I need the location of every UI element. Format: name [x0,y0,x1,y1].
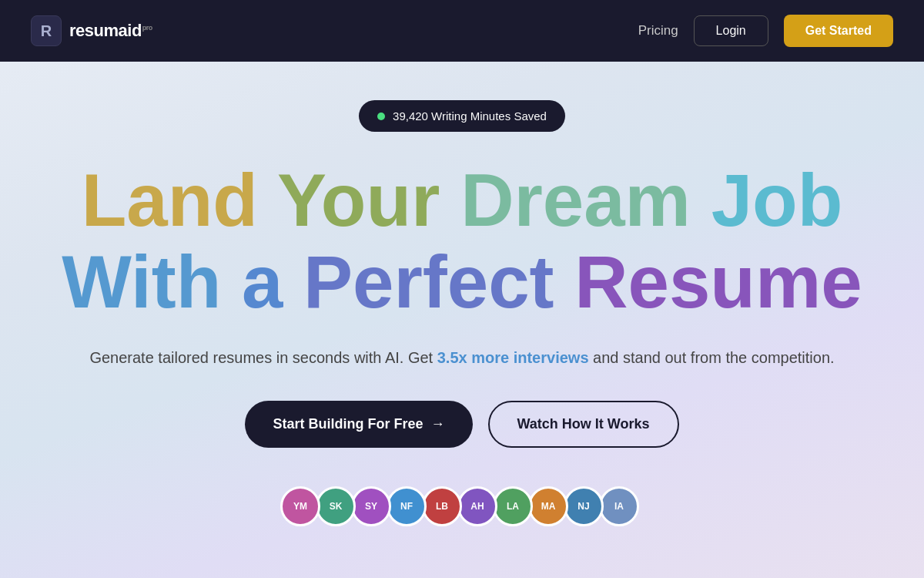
avatar-ma: MA [528,486,568,526]
logo-beta: pro [142,24,152,32]
avatar-ym: YM [280,486,320,526]
stats-text: 39,420 Writing Minutes Saved [393,109,547,123]
hero-line2: With a Perfect Resume [62,241,862,323]
word-a: a [242,240,283,323]
word-with: With [62,240,221,323]
start-building-button[interactable]: Start Building For Free → [245,401,472,448]
navbar: R resumaidpro Pricing Login Get Started [0,0,924,62]
word-resume: Resume [574,240,862,323]
logo-icon: R [31,15,62,46]
word-dream: Dream [460,159,691,241]
word-perfect: Perfect [303,240,554,323]
hero-subtitle: Generate tailored resumes in seconds wit… [89,345,834,370]
word-job: Job [711,159,843,241]
hero-title: Land Your Dream Job With a Perfect Resum… [62,160,862,322]
logo-text: resumaidpro [69,21,152,41]
nav-pricing-link[interactable]: Pricing [638,23,678,39]
logo-name-part2: aid [119,21,142,40]
watch-how-button[interactable]: Watch How It Works [488,401,679,448]
hero-section: 39,420 Writing Minutes Saved Land Your D… [0,62,924,526]
hero-line1: Land Your Dream Job [62,160,862,241]
nav-right: Pricing Login Get Started [638,15,893,47]
subtitle-highlight[interactable]: 3.5x more interviews [437,349,589,366]
avatar-nj: NJ [564,486,604,526]
get-started-button[interactable]: Get Started [784,15,893,47]
avatar-la: LA [493,486,533,526]
avatar-ah: AH [457,486,497,526]
word-land: Land [82,159,258,241]
hero-buttons: Start Building For Free → Watch How It W… [245,401,678,448]
avatar-nf: NF [387,486,427,526]
subtitle-end: and stand out from the competition. [589,349,835,366]
avatar-sy: SY [351,486,391,526]
start-building-label: Start Building For Free [273,416,423,432]
logo-letter: R [41,22,52,40]
subtitle-start: Generate tailored resumes in seconds wit… [89,349,437,366]
stats-badge: 39,420 Writing Minutes Saved [359,100,565,132]
avatars-row: YMSKSYNFLBAHLAMANJIA [285,486,639,526]
login-button[interactable]: Login [694,15,768,46]
stats-dot [377,113,385,120]
logo-name-part1: resum [69,21,119,40]
word-your: Your [277,159,440,241]
avatar-ia: IA [599,486,639,526]
avatar-lb: LB [422,486,462,526]
arrow-icon: → [431,416,445,432]
avatar-sk: SK [316,486,356,526]
logo: R resumaidpro [31,15,152,46]
